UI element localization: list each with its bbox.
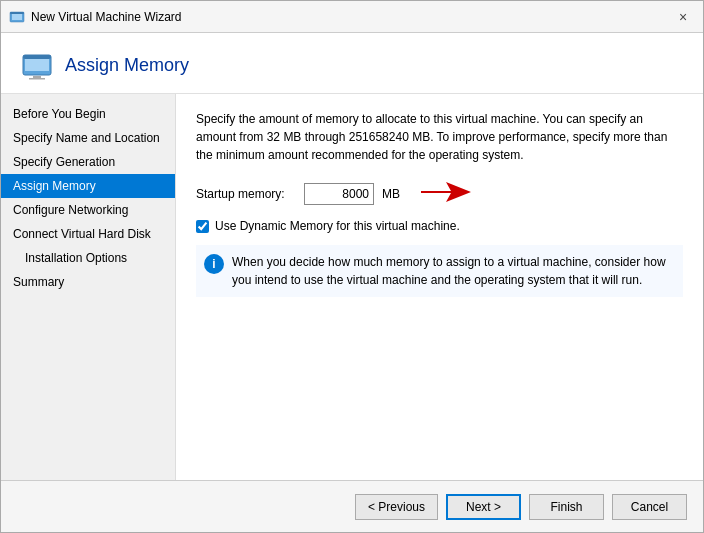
dynamic-memory-checkbox[interactable] [196, 220, 209, 233]
content-area: Before You Begin Specify Name and Locati… [1, 94, 703, 480]
sidebar-item-before-you-begin[interactable]: Before You Begin [1, 102, 175, 126]
startup-memory-row: Startup memory: MB [196, 180, 683, 207]
svg-rect-5 [23, 55, 51, 59]
info-box: i When you decide how much memory to ass… [196, 245, 683, 297]
wizard-window: New Virtual Machine Wizard × Assign Memo… [0, 0, 704, 533]
memory-unit-label: MB [382, 187, 400, 201]
sidebar-item-assign-memory[interactable]: Assign Memory [1, 174, 175, 198]
cancel-button[interactable]: Cancel [612, 494, 687, 520]
header-area: Assign Memory [1, 33, 703, 94]
page-title: Assign Memory [65, 55, 189, 76]
arrow-icon [416, 180, 476, 207]
info-icon: i [204, 254, 224, 274]
svg-rect-6 [33, 76, 41, 78]
svg-rect-7 [29, 78, 45, 80]
sidebar-item-configure-networking[interactable]: Configure Networking [1, 198, 175, 222]
sidebar-item-summary[interactable]: Summary [1, 270, 175, 294]
header-icon [21, 49, 53, 81]
startup-memory-input[interactable] [304, 183, 374, 205]
svg-marker-8 [421, 182, 471, 202]
description-text: Specify the amount of memory to allocate… [196, 110, 683, 164]
svg-rect-4 [25, 57, 49, 71]
sidebar-item-installation-options[interactable]: Installation Options [1, 246, 175, 270]
startup-memory-label: Startup memory: [196, 187, 296, 201]
dynamic-memory-label[interactable]: Use Dynamic Memory for this virtual mach… [215, 219, 460, 233]
footer: < Previous Next > Finish Cancel [1, 480, 703, 532]
info-text: When you decide how much memory to assig… [232, 253, 675, 289]
titlebar: New Virtual Machine Wizard × [1, 1, 703, 33]
titlebar-title: New Virtual Machine Wizard [31, 10, 671, 24]
svg-rect-1 [12, 14, 22, 20]
close-button[interactable]: × [671, 5, 695, 29]
dynamic-memory-row: Use Dynamic Memory for this virtual mach… [196, 219, 683, 233]
svg-rect-2 [10, 12, 24, 14]
next-button[interactable]: Next > [446, 494, 521, 520]
titlebar-icon [9, 9, 25, 25]
previous-button[interactable]: < Previous [355, 494, 438, 520]
main-content: Specify the amount of memory to allocate… [176, 94, 703, 480]
sidebar: Before You Begin Specify Name and Locati… [1, 94, 176, 480]
sidebar-item-specify-name[interactable]: Specify Name and Location [1, 126, 175, 150]
sidebar-item-specify-generation[interactable]: Specify Generation [1, 150, 175, 174]
sidebar-item-connect-vhd[interactable]: Connect Virtual Hard Disk [1, 222, 175, 246]
finish-button[interactable]: Finish [529, 494, 604, 520]
